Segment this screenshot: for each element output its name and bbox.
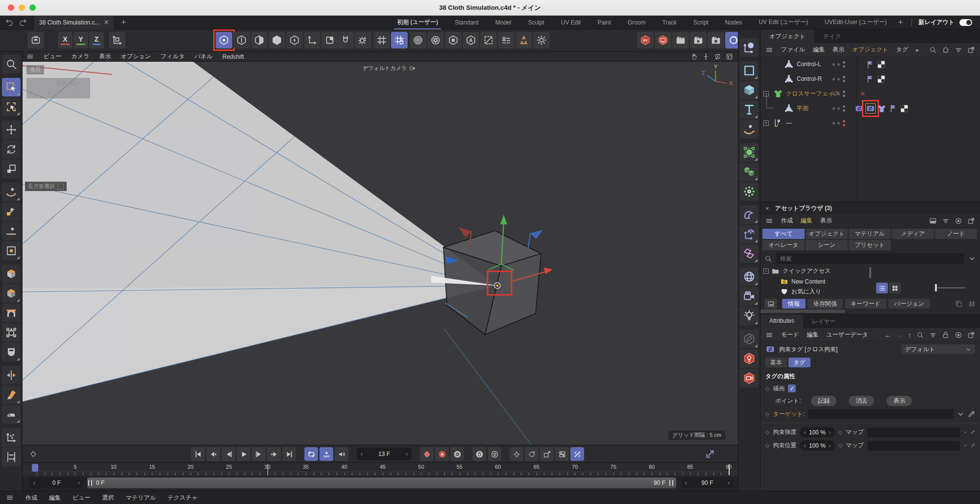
timeline-window-icon[interactable]	[705, 449, 715, 459]
popout-icon[interactable]	[967, 217, 975, 225]
attr-menu-edit[interactable]: 編集	[807, 331, 819, 339]
filter-tab-マテリアル[interactable]: マテリアル	[849, 229, 891, 239]
next-frame-button[interactable]	[252, 447, 266, 461]
layout-tab-track[interactable]: Track	[662, 17, 678, 28]
convert-selection[interactable]	[515, 32, 532, 48]
previous-frame-button[interactable]	[221, 447, 235, 461]
asset-tree-item[interactable]: New Content	[760, 276, 867, 287]
preset-dropdown[interactable]: デフォルト	[902, 344, 975, 354]
current-frame-field[interactable]: ‹13 F›	[357, 448, 412, 460]
material-manager[interactable]	[740, 330, 759, 348]
editor-render-dots[interactable]	[843, 120, 845, 126]
popout-icon[interactable]	[967, 331, 975, 339]
split-view-icon[interactable]	[929, 217, 937, 225]
eyedropper-icon[interactable]	[968, 410, 975, 418]
visibility-dots[interactable]: ◆◆	[832, 61, 845, 68]
expander-icon[interactable]: +	[763, 120, 769, 126]
asset-tree-item[interactable]: −クイックアクセス	[760, 266, 867, 276]
add-sky[interactable]	[740, 267, 759, 286]
object-row-3[interactable]: −クロスサーフェイス◆◆✕	[760, 86, 980, 101]
play-sound-button[interactable]	[335, 447, 348, 461]
chevron-down-icon[interactable]	[968, 255, 976, 263]
object-row-4[interactable]: 平面◆◆	[760, 101, 980, 116]
projection-label[interactable]: 透視	[26, 65, 44, 74]
viewport-visibility[interactable]	[445, 32, 462, 48]
menu-camera[interactable]: カメラ	[72, 52, 90, 61]
previous-key-button[interactable]	[206, 447, 220, 461]
asset-tree-item[interactable]: お気に入り	[760, 287, 867, 297]
checker-tag-icon[interactable]	[877, 60, 886, 69]
group-title[interactable]: タグの属性	[760, 368, 980, 383]
edge-pen-tool[interactable]	[2, 222, 21, 240]
tab-レイヤー[interactable]: レイヤー	[803, 314, 845, 328]
redshift-camera[interactable]	[740, 369, 759, 387]
panel-menu-icon[interactable]	[765, 331, 773, 339]
add-spline-rectangle[interactable]	[740, 61, 759, 80]
preview-image-button[interactable]	[764, 299, 777, 309]
chevron-down-icon[interactable]	[957, 410, 964, 418]
record-position-button[interactable]	[510, 447, 523, 461]
layout-tab-uv-edit-[interactable]: UV Edit (ユーザー)	[758, 16, 809, 29]
modeling-settings[interactable]	[427, 32, 444, 48]
volume-tool[interactable]	[2, 284, 21, 303]
rotate-tool[interactable]	[2, 140, 21, 159]
subtab-タグ[interactable]: タグ	[788, 358, 810, 367]
render-settings[interactable]	[708, 32, 724, 48]
position-map-input[interactable]	[867, 441, 960, 451]
iron-tool[interactable]	[2, 405, 21, 424]
menu-options[interactable]: オプション	[121, 52, 150, 61]
layout-tab-paint[interactable]: Paint	[596, 17, 612, 28]
add-field[interactable]	[740, 244, 759, 263]
visibility-dots[interactable]: ◆◆	[832, 120, 845, 126]
close-document-icon[interactable]: ✕	[103, 19, 109, 26]
add-volume-builder[interactable]	[740, 163, 759, 181]
ab-menu-view[interactable]: 表示	[820, 216, 832, 225]
asset-search-input[interactable]	[776, 253, 964, 264]
record-rotation-button[interactable]	[525, 447, 539, 461]
render-queue[interactable]	[690, 32, 707, 48]
search-icon[interactable]	[929, 46, 937, 54]
bridge-tool[interactable]	[2, 304, 21, 322]
menu-view[interactable]: ビュー	[44, 52, 62, 61]
disabled-x-icon[interactable]: ✕	[860, 90, 865, 97]
add-deformer[interactable]	[740, 205, 759, 224]
workplane-grid[interactable]	[373, 32, 390, 48]
lock-z-axis[interactable]: Z	[89, 32, 104, 48]
isolate-selection[interactable]	[480, 32, 497, 48]
filter-icon[interactable]	[955, 46, 962, 54]
record-scale-button[interactable]	[540, 447, 554, 461]
menu-panel[interactable]: パネル	[195, 52, 213, 61]
lock-y-axis[interactable]: Y	[74, 32, 88, 48]
scene-settings[interactable]	[27, 32, 44, 48]
extrude-tool[interactable]	[2, 264, 21, 283]
play-mode-button[interactable]: A	[319, 447, 333, 461]
next-key-button[interactable]	[267, 447, 281, 461]
object-row-2[interactable]: Control-R◆◆	[760, 72, 980, 86]
lock-x-axis[interactable]: X	[58, 32, 73, 48]
info-tab-キーワード[interactable]: キーワード	[845, 299, 886, 309]
tagicon-tag-icon[interactable]	[866, 104, 875, 113]
scrollbar[interactable]	[869, 267, 871, 279]
editor-render-dots[interactable]	[843, 76, 845, 82]
add-layout-button[interactable]: ＋	[897, 17, 905, 27]
keying-settings-button[interactable]	[450, 447, 464, 461]
editor-render-dots[interactable]	[843, 91, 845, 97]
keyframe-snapping-button[interactable]	[570, 447, 584, 461]
polygons-mode[interactable]	[251, 32, 268, 48]
target-input[interactable]	[808, 409, 954, 419]
add-subdivision-surface[interactable]	[740, 143, 759, 162]
expander-icon[interactable]: −	[763, 268, 769, 274]
copy-icon[interactable]	[955, 300, 963, 308]
thumbnail-size-slider[interactable]	[935, 287, 965, 288]
filter-tab-メディア[interactable]: メディア	[892, 229, 934, 239]
tab-テイク[interactable]: テイク	[814, 29, 850, 43]
ab-menu-create[interactable]: 作成	[781, 216, 793, 225]
range-start-stepper[interactable]: ‹0 F›	[29, 478, 84, 488]
render-to-picture-viewer[interactable]	[655, 32, 671, 48]
zoom-view-icon[interactable]	[702, 53, 710, 60]
eyedropper-icon[interactable]	[971, 429, 975, 436]
layout-toggle[interactable]	[959, 19, 972, 26]
om-menu-file[interactable]: ファイル	[781, 46, 805, 54]
filter-tab-プリセット[interactable]: プリセット	[849, 240, 891, 250]
tab-オブジェクト[interactable]: オブジェクト	[760, 29, 814, 43]
